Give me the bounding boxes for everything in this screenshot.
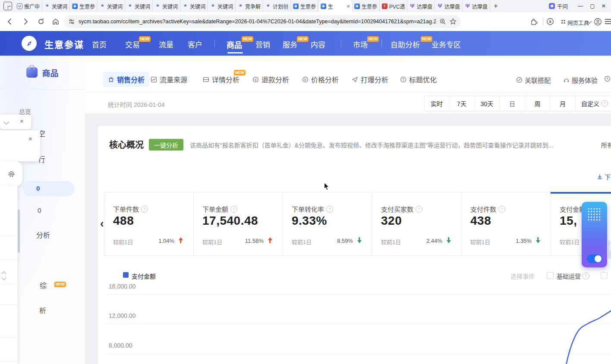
tab-search-icon[interactable]: [3, 2, 12, 10]
range-30d[interactable]: 30天: [474, 96, 499, 111]
browser-tab[interactable]: *关键词: [153, 0, 180, 12]
browser-tab[interactable]: Ψ达摩盘: [463, 0, 490, 12]
browser-tab[interactable]: *竞争解: [236, 0, 263, 12]
close-icon[interactable]: ×: [20, 118, 24, 124]
clock-icon[interactable]: [604, 75, 611, 82]
tab-sales-analysis[interactable]: 销售分析: [103, 72, 149, 87]
brand-title[interactable]: 生意参谋: [44, 38, 84, 50]
url-text[interactable]: sycm.taobao.com/cc/item_archives?activeK…: [79, 19, 436, 25]
tab-refund-analysis[interactable]: ¥ 退款分析: [252, 74, 289, 85]
browser-tab[interactable]: 生意参: [70, 0, 98, 12]
nav-item-content[interactable]: 内容: [311, 39, 325, 50]
download-link[interactable]: 下载: [597, 173, 611, 181]
event-checkbox[interactable]: [601, 272, 608, 279]
metric-value: 320: [381, 214, 402, 228]
chevron-down-icon[interactable]: [3, 119, 9, 125]
browser-tab[interactable]: *关键词: [180, 0, 208, 12]
range-week[interactable]: 周: [525, 96, 550, 111]
nav-item-self-analysis[interactable]: 自助分析: [391, 39, 420, 50]
range-7d[interactable]: 7天: [449, 96, 474, 111]
apps-grid-icon[interactable]: [558, 17, 568, 26]
home-button[interactable]: [51, 17, 60, 26]
sidebar-item-active[interactable]: 0: [22, 181, 75, 196]
sidebar-item-fragment[interactable]: 综: [40, 280, 47, 290]
bookmark-star-icon[interactable]: [450, 18, 457, 25]
link-service-experience[interactable]: 服务体验: [563, 75, 598, 85]
window-minimize-button[interactable]: —: [575, 0, 586, 12]
qianwen-button[interactable]: 千问: [545, 1, 571, 11]
download-icon[interactable]: [545, 17, 555, 26]
tab-traffic-source[interactable]: 流量来源: [151, 74, 187, 85]
nav-item-business-zone[interactable]: 业务专区: [431, 39, 461, 50]
range-month[interactable]: 月: [550, 96, 575, 111]
extension-icon[interactable]: [529, 17, 539, 26]
tab-price-analysis[interactable]: ¥ 价格分析: [302, 74, 339, 85]
window-close-button[interactable]: ✕: [598, 0, 609, 12]
range-day[interactable]: 日: [499, 96, 525, 111]
link-related-match[interactable]: 关联搭配: [516, 75, 551, 85]
browser-tab[interactable]: *关键词: [42, 0, 70, 12]
window-maximize-button[interactable]: ▢: [587, 0, 598, 12]
metric-card-paid-buyers[interactable]: 支付买家数? 320 较前1日 2.44%: [372, 192, 462, 255]
nav-item-service[interactable]: 服务: [283, 39, 297, 50]
nav-item-customer[interactable]: 客户: [188, 39, 202, 50]
metric-card-order-conversion[interactable]: 下单转化率? 9.33% 较前1日 8.59%: [283, 192, 372, 255]
nav-item-trade[interactable]: 交易: [125, 39, 140, 50]
browser-tab[interactable]: U推广中: [15, 0, 42, 12]
forward-button[interactable]: [21, 17, 30, 26]
tune-icon[interactable]: [68, 18, 75, 25]
back-button[interactable]: [5, 17, 15, 26]
metric-card-order-items[interactable]: 下单件数? 488 较前1日 1.04%: [104, 192, 194, 255]
browser-tab[interactable]: 生意参: [352, 0, 380, 12]
nav-item-marketing[interactable]: 营销: [255, 39, 270, 50]
toolbox-toggle[interactable]: [587, 254, 602, 263]
browser-tab[interactable]: *关键词: [125, 0, 153, 12]
asterisk-icon: *: [183, 3, 188, 9]
new-tab-button[interactable]: +: [490, 0, 501, 12]
browser-tab[interactable]: *关键词: [208, 0, 236, 12]
browser-tab[interactable]: *计划创: [263, 0, 291, 12]
browser-tab[interactable]: Ψ达摩盘: [435, 0, 463, 12]
svg-text:¥: ¥: [304, 77, 306, 82]
avatar[interactable]: [593, 17, 602, 26]
nav-item-market[interactable]: 市场: [353, 39, 368, 50]
collapse-cards-button[interactable]: ‹: [100, 218, 104, 229]
close-icon[interactable]: ×: [346, 3, 350, 9]
browser-tab[interactable]: TPVC透: [380, 0, 407, 12]
range-custom[interactable]: 自定义?: [575, 96, 611, 111]
browser-tab[interactable]: *关键词: [98, 0, 125, 12]
reload-button[interactable]: [36, 17, 46, 26]
browser-toolbar: sycm.taobao.com/cc/item_archives?activeK…: [0, 12, 611, 31]
browser-tab[interactable]: 生意参: [291, 0, 318, 12]
all-link[interactable]: 所有: [601, 141, 611, 149]
zoom-icon[interactable]: [439, 18, 446, 25]
nav-item-traffic[interactable]: 流量: [159, 39, 173, 50]
close-icon[interactable]: ×: [28, 135, 32, 142]
asterisk-icon: *: [238, 3, 243, 9]
collapse-expand-control[interactable]: [2, 271, 6, 280]
tab-explosive-analysis[interactable]: 打爆分析: [352, 74, 388, 85]
tab-detail-analysis[interactable]: 详情分析 NEW: [203, 74, 239, 85]
tab-title-optimize[interactable]: T 标题优化: [400, 74, 437, 85]
sycm-logo[interactable]: [22, 36, 37, 51]
sidebar-item-analysis[interactable]: 分析: [36, 229, 50, 240]
event-checkbox[interactable]: [547, 272, 554, 279]
sidebar-item-overview[interactable]: 总览: [19, 107, 31, 116]
one-click-analyze-button[interactable]: 一键分析: [149, 139, 183, 151]
nav-item-product[interactable]: 商品: [227, 39, 242, 50]
browser-tab[interactable]: Ψ达摩盘: [407, 0, 435, 12]
gear-icon[interactable]: [8, 170, 15, 178]
metric-card-order-amount[interactable]: 下单金额? 17,540.48 较前1日 11.58%: [194, 192, 283, 255]
address-bar[interactable]: sycm.taobao.com/cc/item_archives?activeK…: [64, 15, 461, 28]
web-tools-label[interactable]: 网页工具: [567, 19, 589, 27]
metric-card-paid-items[interactable]: 支付件数? 438 较前1日 1.35%: [462, 192, 551, 255]
browser-tab-active[interactable]: 生×: [318, 0, 352, 12]
toolbox-widget[interactable]: 工具箱: [582, 202, 607, 267]
sidebar-item-fragment[interactable]: 析: [39, 305, 46, 315]
menu-icon[interactable]: [603, 17, 611, 26]
nav-item-home[interactable]: 首页: [92, 39, 107, 50]
sidebar-scrollbar[interactable]: [18, 210, 20, 253]
sidebar-item-fragment[interactable]: 0: [38, 207, 41, 214]
yen-circle-icon: ¥: [302, 76, 309, 83]
range-realtime[interactable]: 实时: [425, 96, 449, 111]
